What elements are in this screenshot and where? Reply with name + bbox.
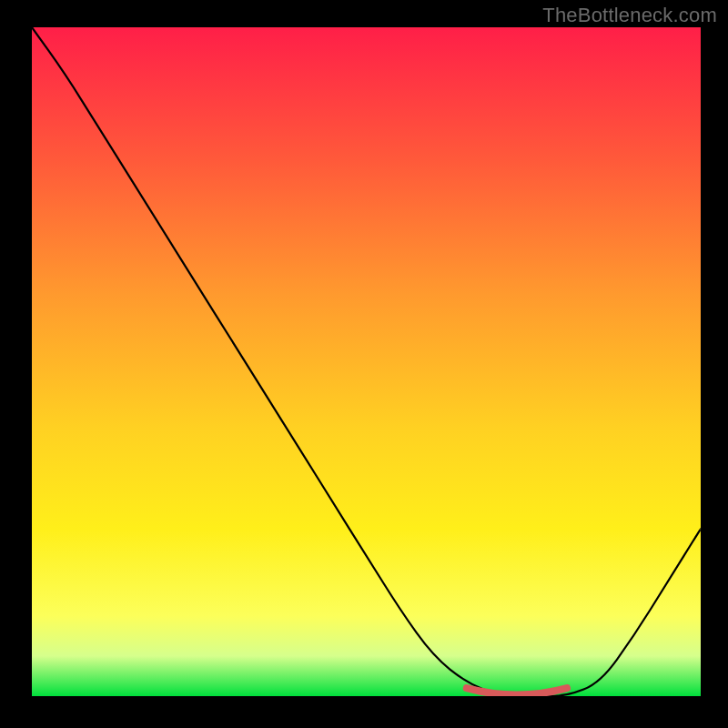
gradient-background [32,27,701,696]
chart-svg [32,27,701,696]
plot-area [32,27,701,696]
chart-frame: TheBottleneck.com [0,0,728,728]
watermark-text: TheBottleneck.com [542,4,717,27]
